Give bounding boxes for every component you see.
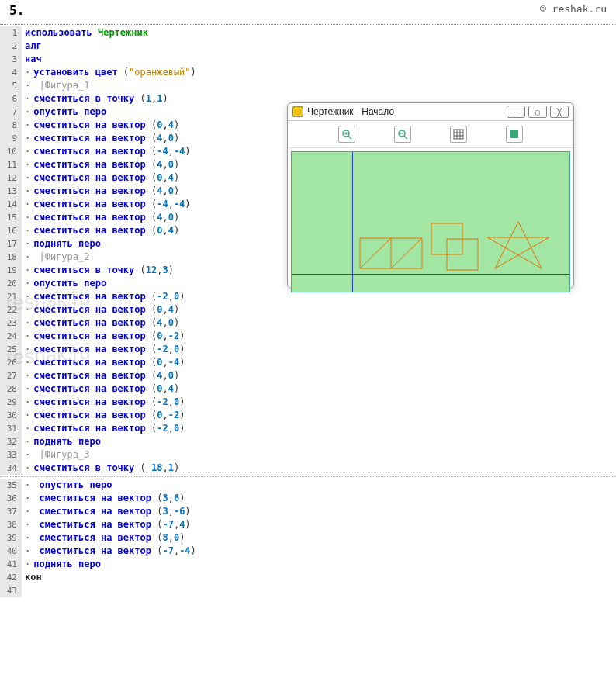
line-num: 14 <box>0 198 22 211</box>
kw-use: использовать <box>25 27 92 38</box>
string-arg: "оранжевый" <box>129 67 190 78</box>
maximize-button[interactable]: ▢ <box>528 106 547 118</box>
line-num: 25 <box>0 343 22 356</box>
line-num: 22 <box>0 303 22 317</box>
line-num: 3 <box>0 53 22 66</box>
line-num: 12 <box>0 171 22 185</box>
zoom-in-icon[interactable] <box>338 126 355 143</box>
line-num: 23 <box>0 317 22 330</box>
header: 5. © reshak.ru <box>0 0 616 25</box>
grid-icon[interactable] <box>450 126 467 143</box>
minimize-button[interactable]: ─ <box>507 106 525 118</box>
line-num: 18 <box>0 251 22 264</box>
fit-icon[interactable] <box>506 126 523 143</box>
line-num: 37 <box>0 505 22 518</box>
line-num: 42 <box>0 571 22 584</box>
code-editor: 1использовать Чертежник 2алг 3нач 4·уста… <box>0 25 616 597</box>
kw-begin: нач <box>25 54 42 64</box>
pen-down: опустить перо <box>33 106 106 117</box>
line-num: 16 <box>0 224 22 237</box>
line-num: 6 <box>0 92 22 106</box>
line-num: 15 <box>0 211 22 224</box>
pen-up: поднять перо <box>33 238 101 249</box>
line-num: 33 <box>0 448 22 462</box>
line-num: 10 <box>0 145 22 158</box>
line-num: 40 <box>0 545 22 558</box>
svg-line-5 <box>404 136 407 139</box>
titlebar[interactable]: Чертежник - Начало ─ ▢ ╳ <box>288 103 573 121</box>
svg-rect-12 <box>510 130 518 138</box>
drawing-canvas[interactable] <box>291 151 570 292</box>
line-num: 19 <box>0 264 22 277</box>
comment: |Фигура_2 <box>39 251 89 262</box>
line-num: 21 <box>0 290 22 303</box>
line-num: 11 <box>0 158 22 171</box>
line-num: 38 <box>0 518 22 531</box>
window-title: Чертежник - Начало <box>307 106 504 117</box>
line-num: 8 <box>0 119 22 132</box>
output-window: Чертежник - Начало ─ ▢ ╳ <box>287 102 574 289</box>
line-num: 13 <box>0 185 22 198</box>
line-num: 39 <box>0 531 22 545</box>
line-num: 7 <box>0 106 22 119</box>
app-icon <box>292 106 303 117</box>
comment: |Фигура_1 <box>39 80 89 91</box>
line-num: 1 <box>0 26 22 40</box>
line-num: 28 <box>0 382 22 396</box>
comment: |Фигура_3 <box>39 449 89 460</box>
line-num: 20 <box>0 277 22 290</box>
line-num: 36 <box>0 492 22 505</box>
line-num: 35 <box>0 479 22 492</box>
kw-alg: алг <box>25 40 42 51</box>
watermark: © reshak.ru <box>540 3 607 18</box>
lib-name: Чертежник <box>98 27 148 38</box>
line-num: 27 <box>0 369 22 382</box>
cmd-moveto: сместиться в точку <box>33 93 134 104</box>
line-num: 17 <box>0 237 22 251</box>
cmd-setcolor: установить цвет <box>33 67 117 78</box>
line-num: 34 <box>0 462 22 475</box>
line-num: 24 <box>0 330 22 343</box>
kw-end: кон <box>25 572 42 583</box>
line-num: 43 <box>0 584 22 597</box>
close-button[interactable]: ╳ <box>550 106 569 118</box>
line-num: 2 <box>0 40 22 53</box>
line-num: 29 <box>0 396 22 409</box>
line-num: 32 <box>0 435 22 448</box>
toolbar <box>288 121 573 148</box>
line-num: 26 <box>0 356 22 369</box>
line-num: 9 <box>0 132 22 145</box>
svg-line-1 <box>348 136 351 139</box>
task-number: 5. <box>9 3 24 18</box>
line-num: 41 <box>0 558 22 571</box>
drawn-shapes <box>292 152 570 292</box>
zoom-out-icon[interactable] <box>394 126 411 143</box>
line-num: 4 <box>0 66 22 79</box>
line-num: 31 <box>0 422 22 435</box>
line-num: 5 <box>0 79 22 92</box>
svg-rect-7 <box>454 130 463 139</box>
line-num: 30 <box>0 409 22 422</box>
